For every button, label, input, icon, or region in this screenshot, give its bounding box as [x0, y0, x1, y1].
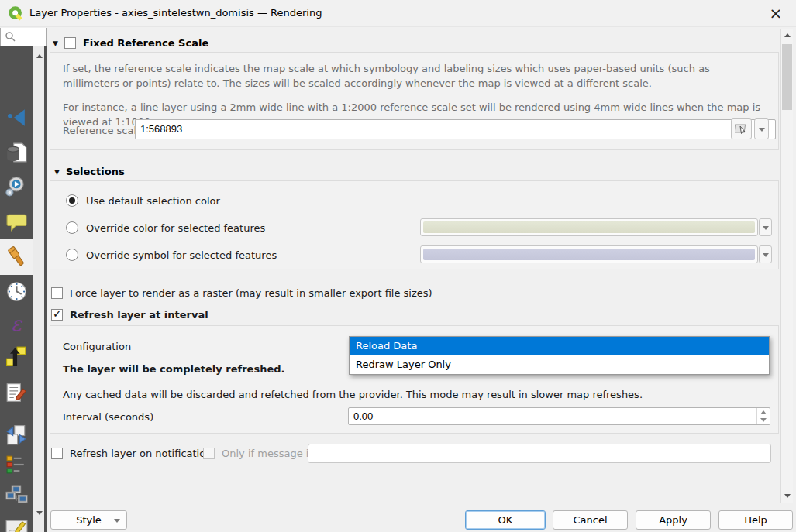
sidebar-scroll-up-icon[interactable] — [36, 54, 43, 58]
interval-seconds-label: Interval (seconds) — [63, 411, 153, 423]
refresh-mode-bold-note: The layer will be completely refreshed. — [63, 363, 285, 375]
only-if-message-checkbox[interactable] — [203, 448, 215, 459]
sidebar-scrollbar[interactable] — [33, 46, 44, 532]
layer-properties-dialog: Layer Properties - axies_sintelestwn_dom… — [0, 0, 796, 532]
sidebar-item-server[interactable] — [0, 478, 33, 512]
title-bar: Layer Properties - axies_sintelestwn_dom… — [0, 0, 796, 27]
section-title: Fixed Reference Scale — [83, 37, 208, 49]
reference-scale-label: Reference scale — [63, 125, 143, 136]
scroll-down-icon[interactable] — [784, 494, 791, 498]
sidebar-item-display[interactable] — [0, 205, 33, 239]
map-cursor-icon — [735, 122, 749, 136]
map-scale-picker-button[interactable] — [731, 118, 752, 139]
use-default-selection-color-label: Use default selection color — [86, 195, 220, 207]
style-menu-button[interactable]: Style — [50, 510, 127, 530]
search-input[interactable] — [18, 29, 44, 43]
refresh-on-notification-checkbox[interactable] — [51, 448, 63, 459]
sidebar-item-auxiliary-storage[interactable] — [0, 136, 33, 170]
sidebar-item-digitizing[interactable] — [0, 510, 33, 532]
section-fixed-reference-scale-header: ▼ Fixed Reference Scale — [53, 37, 208, 49]
force-raster-checkbox[interactable] — [51, 287, 63, 299]
apply-button[interactable]: Apply — [636, 510, 711, 530]
elevation-icon — [5, 345, 27, 367]
cancel-button[interactable]: Cancel — [553, 510, 628, 530]
sidebar-item-metadata[interactable] — [0, 376, 33, 410]
content-scrollbar[interactable] — [780, 29, 793, 503]
display-icon — [6, 212, 27, 233]
reference-scale-description: If set, the reference scale indicates th… — [63, 61, 767, 91]
dropdown-option-redraw-layer-only[interactable]: Redraw Layer Only — [350, 355, 769, 374]
section-selections-header: ▼ Selections — [54, 166, 125, 177]
search-icon — [5, 31, 16, 42]
fixed-reference-scale-checkbox[interactable] — [64, 37, 76, 49]
auxiliary-storage-icon — [5, 142, 27, 163]
spin-buttons[interactable] — [756, 408, 770, 424]
notification-message-input[interactable] — [308, 444, 770, 462]
refresh-interval-label: Refresh layer at interval — [70, 309, 208, 321]
close-icon[interactable]: × — [765, 3, 787, 23]
refresh-on-notification-label: Refresh layer on notification — [70, 448, 212, 459]
override-symbol-radio[interactable] — [66, 249, 78, 261]
properties-sidebar: ε — [0, 46, 47, 532]
collapse-arrow-icon[interactable]: ▼ — [54, 168, 60, 176]
scroll-up-icon[interactable] — [784, 33, 791, 37]
sidebar-search — [0, 28, 47, 46]
selection-symbol-button[interactable] — [420, 245, 758, 263]
selection-color-swatch — [423, 221, 755, 233]
interval-input[interactable] — [353, 410, 754, 422]
override-symbol-label: Override symbol for selected features — [86, 249, 277, 261]
window-title: Layer Properties - axies_sintelestwn_dom… — [29, 7, 322, 19]
override-color-label: Override color for selected features — [86, 222, 265, 234]
force-raster-label: Force layer to render as a raster (may r… — [70, 287, 432, 299]
sidebar-item-legend[interactable] — [0, 448, 33, 482]
dropdown-option-reload-data[interactable]: Reload Data — [350, 337, 769, 355]
sidebar-item-elevation[interactable] — [0, 339, 33, 373]
scrollbar-thumb[interactable] — [782, 44, 792, 110]
actions-icon — [5, 176, 27, 197]
configuration-label: Configuration — [63, 341, 131, 352]
override-color-radio[interactable] — [66, 221, 78, 234]
chevron-down-icon — [763, 253, 769, 257]
selection-color-dropdown-button[interactable] — [759, 218, 772, 236]
legend-icon — [6, 455, 26, 475]
variables-icon: ε — [11, 312, 21, 335]
sidebar-item-actions[interactable] — [0, 170, 33, 204]
digitizing-icon — [5, 516, 28, 532]
sidebar-item-temporal[interactable] — [0, 274, 33, 308]
chevron-down-icon — [759, 128, 765, 132]
rendering-icon — [5, 245, 28, 268]
reference-scale-combobox[interactable] — [135, 119, 776, 139]
sidebar-scroll-down-icon[interactable] — [36, 511, 43, 515]
configuration-dropdown-list: Reload Data Redraw Layer Only — [349, 336, 770, 375]
scale-options-dropdown-button[interactable] — [754, 118, 769, 139]
temporal-icon — [6, 281, 27, 302]
dependencies-icon — [5, 424, 27, 446]
notification-message-field[interactable] — [308, 444, 771, 463]
selection-color-button[interactable] — [420, 218, 758, 236]
spin-up-icon[interactable] — [760, 410, 767, 414]
chevron-down-icon — [763, 226, 769, 230]
refresh-mode-note: Any cached data will be discarded and re… — [63, 389, 643, 400]
sidebar-item-rendering[interactable] — [0, 239, 33, 275]
style-button-label: Style — [76, 514, 102, 526]
fixed-reference-scale-group: If set, the reference scale indicates th… — [50, 52, 779, 150]
chevron-down-icon — [114, 519, 120, 523]
help-button[interactable]: Help — [718, 510, 793, 530]
ok-button[interactable]: OK — [465, 510, 546, 530]
use-default-selection-color-radio[interactable] — [66, 194, 78, 207]
server-icon — [5, 484, 28, 506]
interval-spinbox[interactable] — [348, 407, 770, 425]
selection-symbol-dropdown-button[interactable] — [759, 245, 772, 263]
sidebar-item-joins[interactable] — [0, 101, 33, 135]
qgis-logo-icon — [8, 5, 24, 22]
selection-symbol-swatch — [423, 249, 755, 260]
reference-scale-input[interactable] — [140, 122, 756, 136]
section-title: Selections — [66, 166, 125, 177]
spin-down-icon[interactable] — [760, 418, 767, 422]
metadata-icon — [5, 382, 27, 403]
selections-group: Use default selection color Override col… — [50, 180, 779, 269]
refresh-interval-checkbox[interactable] — [51, 309, 63, 321]
only-if-message-label: Only if message is — [222, 448, 314, 459]
collapse-arrow-icon[interactable]: ▼ — [53, 39, 58, 47]
sidebar-item-variables[interactable]: ε — [0, 307, 33, 341]
